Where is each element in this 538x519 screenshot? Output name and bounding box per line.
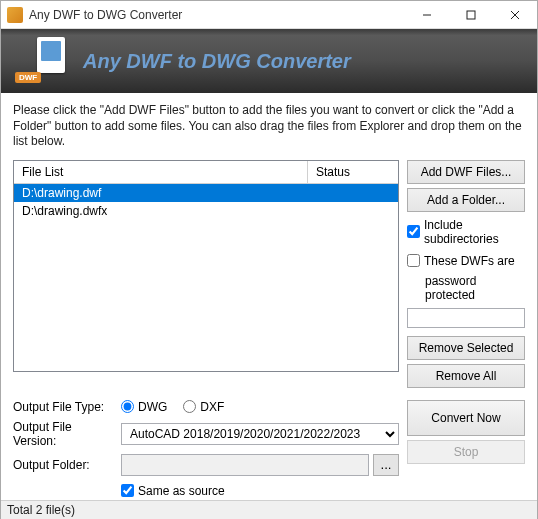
close-button[interactable] [493, 1, 537, 29]
output-folder-input[interactable] [121, 454, 369, 476]
instructions-text: Please click the "Add DWF Files" button … [13, 103, 525, 150]
remove-all-button[interactable]: Remove All [407, 364, 525, 388]
radio-dwg[interactable]: DWG [121, 400, 167, 414]
banner-heading: Any DWF to DWG Converter [83, 50, 351, 73]
file-row[interactable]: D:\drawing.dwfx [14, 202, 398, 220]
col-header-status[interactable]: Status [308, 161, 398, 183]
app-icon [7, 7, 23, 23]
status-bar: Total 2 file(s) [1, 500, 537, 519]
same-as-source-checkbox[interactable]: Same as source [121, 482, 225, 500]
minimize-button[interactable] [405, 1, 449, 29]
output-type-label: Output File Type: [13, 400, 113, 414]
banner: DWF Any DWF to DWG Converter [1, 29, 537, 93]
output-version-label: Output File Version: [13, 420, 113, 448]
output-folder-label: Output Folder: [13, 458, 113, 472]
svg-rect-1 [467, 11, 475, 19]
output-version-select[interactable]: AutoCAD 2018/2019/2020/2021/2022/2023 [121, 423, 399, 445]
password-label-line2: password protected [407, 274, 525, 302]
include-subdirs-checkbox[interactable]: Include subdirectories [407, 216, 525, 248]
titlebar: Any DWF to DWG Converter [1, 1, 537, 29]
file-row[interactable]: D:\drawing.dwf [14, 184, 398, 202]
password-protected-checkbox[interactable]: These DWFs are [407, 252, 525, 270]
stop-button: Stop [407, 440, 525, 464]
col-header-file[interactable]: File List [14, 161, 308, 183]
window-title: Any DWF to DWG Converter [29, 8, 405, 22]
file-list-header: File List Status [14, 161, 398, 184]
remove-selected-button[interactable]: Remove Selected [407, 336, 525, 360]
radio-dxf[interactable]: DXF [183, 400, 224, 414]
add-files-button[interactable]: Add DWF Files... [407, 160, 525, 184]
add-folder-button[interactable]: Add a Folder... [407, 188, 525, 212]
file-list[interactable]: File List Status D:\drawing.dwfD:\drawin… [13, 160, 399, 372]
convert-now-button[interactable]: Convert Now [407, 400, 525, 436]
maximize-button[interactable] [449, 1, 493, 29]
password-input[interactable] [407, 308, 525, 328]
logo-icon: DWF [15, 35, 67, 87]
browse-folder-button[interactable]: ... [373, 454, 399, 476]
